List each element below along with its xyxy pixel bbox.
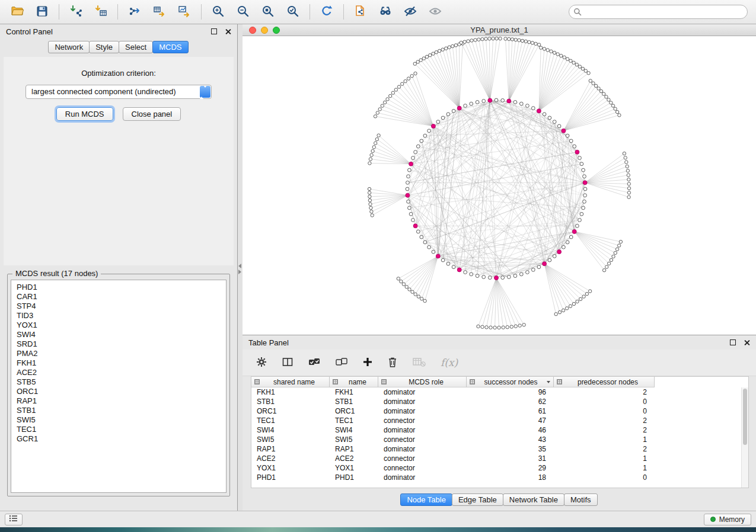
- export-table-button[interactable]: [147, 2, 172, 22]
- mcds-result-item[interactable]: STB1: [11, 406, 226, 415]
- uncheck-all-icon: [335, 357, 348, 369]
- refresh-layout-button[interactable]: [314, 2, 339, 22]
- mcds-result-item[interactable]: PMA2: [11, 349, 226, 358]
- network-graph: [243, 36, 756, 335]
- table-row[interactable]: ORC1ORC1dominator610: [251, 406, 748, 416]
- criterion-select[interactable]: largest connected component (undirected): [25, 85, 212, 99]
- export-network-button[interactable]: [122, 2, 147, 22]
- mcds-result-item[interactable]: SWI4: [11, 330, 226, 339]
- save-session-button[interactable]: [30, 2, 55, 22]
- show-hide-button[interactable]: [423, 2, 448, 22]
- zoom-window-icon[interactable]: [273, 27, 280, 34]
- delete-table-icon: [412, 357, 426, 369]
- column-header-successor-nodes[interactable]: successor nodes: [467, 377, 554, 387]
- table-cell: ORC1: [330, 406, 378, 416]
- mcds-result-item[interactable]: SWI5: [11, 415, 226, 425]
- search-icon: [573, 8, 582, 18]
- desktop-wallpaper-strip: [0, 527, 756, 532]
- column-header-name[interactable]: name: [330, 377, 378, 387]
- float-table-panel-icon[interactable]: [730, 339, 736, 345]
- table-tab-node-table[interactable]: Node Table: [400, 493, 452, 506]
- run-mcds-button[interactable]: Run MCDS: [56, 107, 113, 121]
- table-tab-motifs[interactable]: Motifs: [564, 493, 598, 506]
- mcds-result-item[interactable]: STB5: [11, 377, 226, 387]
- toolbar-separator: [117, 4, 118, 20]
- scrollbar-thumb[interactable]: [743, 389, 747, 445]
- memory-button[interactable]: Memory: [704, 514, 751, 525]
- zoom-out-button[interactable]: [231, 2, 256, 22]
- status-bar: Memory: [0, 511, 756, 527]
- mcds-result-item[interactable]: SRD1: [11, 339, 226, 349]
- zoom-fit-icon: [261, 4, 275, 20]
- table-row[interactable]: SWI5SWI5connector431: [251, 435, 748, 444]
- mcds-result-item[interactable]: TID3: [11, 311, 226, 321]
- network-canvas[interactable]: [243, 36, 756, 335]
- column-header-predecessor-nodes[interactable]: predecessor nodes: [554, 377, 655, 387]
- mcds-result-item[interactable]: ORC1: [11, 387, 226, 396]
- zoom-in-button[interactable]: [206, 2, 231, 22]
- control-tab-mcds[interactable]: MCDS: [152, 41, 188, 53]
- table-cell: SWI5: [330, 435, 378, 444]
- mcds-result-item[interactable]: PHD1: [11, 283, 226, 292]
- column-header-mcds-role[interactable]: MCDS role: [378, 377, 467, 387]
- collapse-right-icon[interactable]: [238, 270, 241, 274]
- mcds-result-item[interactable]: YOX1: [11, 321, 226, 330]
- splitter-collapse-icons[interactable]: [238, 262, 241, 275]
- table-toolbar: f(x): [243, 350, 756, 376]
- table-row[interactable]: FKH1FKH1dominator962: [251, 387, 748, 397]
- import-network-button[interactable]: [63, 2, 88, 22]
- table-tab-edge-table[interactable]: Edge Table: [452, 493, 503, 506]
- control-tab-network[interactable]: Network: [48, 41, 90, 53]
- delete-column-button[interactable]: [387, 356, 398, 370]
- collapse-left-icon[interactable]: [238, 264, 241, 268]
- table-cell: 96: [467, 387, 554, 397]
- mcds-result-item[interactable]: ACE2: [11, 368, 226, 377]
- deselect-all-button[interactable]: [335, 357, 348, 369]
- clone-network-button[interactable]: [348, 2, 373, 22]
- function-builder-button[interactable]: f(x): [441, 357, 458, 368]
- close-window-icon[interactable]: [249, 27, 256, 34]
- table-row[interactable]: SWI4SWI4dominator462: [251, 425, 748, 435]
- toggle-details-button[interactable]: [398, 2, 423, 22]
- mcds-result-item[interactable]: RAP1: [11, 396, 226, 406]
- network-titlebar[interactable]: YPA_prune.txt_1: [243, 24, 756, 36]
- table-row[interactable]: PHD1PHD1dominator180: [251, 473, 748, 482]
- panel-splitter[interactable]: [238, 24, 243, 511]
- export-image-button[interactable]: [172, 2, 197, 22]
- mcds-result-item[interactable]: TEC1: [11, 425, 226, 434]
- zoom-out-icon: [236, 4, 250, 20]
- mcds-result-item[interactable]: GCR1: [11, 434, 226, 444]
- close-panel-button[interactable]: Close panel: [123, 107, 181, 121]
- select-all-button[interactable]: [308, 357, 321, 369]
- minimize-window-icon[interactable]: [261, 27, 268, 34]
- first-neighbors-button[interactable]: [373, 2, 398, 22]
- task-history-button[interactable]: [5, 514, 23, 525]
- float-panel-icon[interactable]: [211, 28, 217, 34]
- control-tab-select[interactable]: Select: [119, 41, 153, 53]
- vertical-scrollbar[interactable]: [741, 387, 748, 488]
- table-row[interactable]: STB1STB1dominator620: [251, 397, 748, 406]
- column-header-shared-name[interactable]: shared name: [251, 377, 330, 387]
- mcds-result-item[interactable]: CAR1: [11, 292, 226, 302]
- table-tab-network-table[interactable]: Network Table: [503, 493, 564, 506]
- delete-table-button[interactable]: [412, 357, 426, 369]
- close-table-panel-icon[interactable]: [744, 339, 750, 346]
- control-tab-style[interactable]: Style: [89, 41, 119, 53]
- table-row[interactable]: ACE2ACE2connector311: [251, 454, 748, 463]
- mcds-result-item[interactable]: FKH1: [11, 358, 226, 368]
- close-panel-icon[interactable]: [225, 28, 231, 35]
- show-columns-button[interactable]: [282, 356, 294, 370]
- table-row[interactable]: TEC1TEC1connector472: [251, 416, 748, 425]
- table-settings-button[interactable]: [256, 356, 267, 370]
- table-row[interactable]: RAP1RAP1dominator352: [251, 444, 748, 454]
- import-table-button[interactable]: [88, 2, 113, 22]
- zoom-fit-button[interactable]: [256, 2, 280, 22]
- mcds-result-item[interactable]: STP4: [11, 302, 226, 311]
- create-column-button[interactable]: [362, 357, 373, 369]
- zoom-selected-button[interactable]: [280, 2, 305, 22]
- open-session-button[interactable]: [5, 2, 30, 22]
- column-grid-icon: [254, 379, 260, 384]
- search-input[interactable]: [569, 5, 748, 19]
- table-row[interactable]: YOX1YOX1connector291: [251, 463, 748, 473]
- zoom-selected-icon: [286, 4, 300, 20]
